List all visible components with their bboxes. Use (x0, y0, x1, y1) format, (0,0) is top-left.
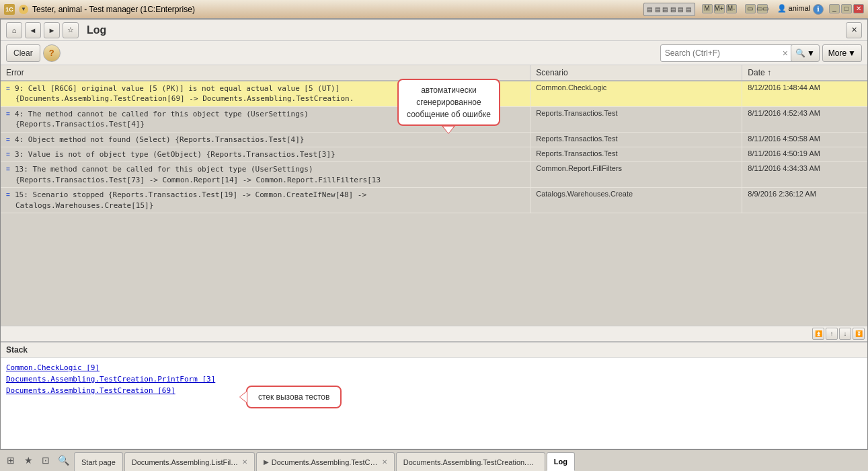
stack-header: Stack (1, 342, 867, 358)
error-icon: = (6, 85, 10, 92)
restore-btn[interactable]: M- (726, 4, 737, 13)
window-controls: ▤ ▤ ▤ ▤ ▤ ▤ M M+ M- ▭ ▭▭ 👤 animal ℹ _ □ … (643, 3, 864, 16)
star-tab-icon[interactable]: ★ (20, 452, 36, 468)
error-icon: = (6, 191, 10, 198)
search-input[interactable] (660, 44, 795, 62)
close-panel-button[interactable]: ✕ (846, 22, 862, 38)
date-text: 8/9/2016 2:36:12 AM (748, 190, 816, 198)
stack-link-1[interactable]: Common.CheckLogic [9] (6, 363, 862, 372)
stack-link-3[interactable]: Documents.Assembling.TestCreation [69] (6, 386, 862, 395)
search-clear-button[interactable]: × (783, 48, 788, 59)
error-text: 13: The method cannot be called for this… (15, 165, 313, 174)
navigation-toolbar: ⌂ ◄ ► ☆ Log ✕ (1, 20, 867, 41)
scenario-text: Reports.Transactios.Test (536, 135, 617, 143)
page-title: Log (87, 24, 106, 36)
scroll-up-button[interactable]: ↑ (826, 328, 838, 340)
stack-link-2[interactable]: Documents.Assembling.TestCreation.PrintF… (6, 375, 862, 384)
tab-log[interactable]: Log (547, 452, 575, 471)
scroll-buttons: ⏫ ↑ ↓ ⏬ (1, 326, 867, 341)
date-text: 8/11/2016 4:50:58 AM (748, 135, 820, 143)
table-row[interactable]: = 9: Cell [R6C6] original value [5 (PK)]… (1, 81, 867, 106)
tab-creation-logic[interactable]: Documents.Assembling.TestCreation.Logic (396, 452, 545, 471)
col-header-date[interactable]: Date (742, 65, 867, 81)
clear-button[interactable]: Clear (6, 44, 40, 62)
search-tab-icon[interactable]: 🔍 (55, 452, 71, 468)
app-icon: ▼ (19, 5, 28, 14)
layout-btn2[interactable]: ▭▭ (757, 4, 768, 13)
col-header-error[interactable]: Error (1, 65, 530, 81)
scenario-text: Common.CheckLogic (536, 83, 606, 92)
date-text: 8/12/2016 1:48:44 AM (748, 83, 820, 92)
bottom-tab-bar: ⊞ ★ ⊡ 🔍 Start page Documents.Assembling.… (0, 449, 868, 471)
error-icon: = (6, 166, 10, 173)
table-row[interactable]: = 13: The method cannot be called for th… (1, 162, 867, 188)
back-button[interactable]: ◄ (25, 22, 41, 38)
scenario-text: Catalogs.Warehouses.Create (536, 190, 633, 198)
error-text: 15: Scenario stopped {Reports.Transactio… (15, 190, 366, 199)
scenario-text: Reports.Transactios.Test (536, 149, 617, 157)
crop-icon[interactable]: ⊡ (38, 452, 54, 468)
action-bar: Clear ? × 🔍 ▼ More ▼ (1, 41, 867, 65)
tab-arrow-icon: ▶ (264, 458, 269, 466)
toolbar-icons: ▤ ▤ ▤ ▤ ▤ ▤ (647, 6, 692, 13)
scroll-bottom-button[interactable]: ⏬ (853, 328, 865, 340)
table-row[interactable]: = 3: Value is not of object type (GetObj… (1, 147, 867, 161)
search-button[interactable]: 🔍 ▼ (791, 44, 820, 62)
error-text: 9: Cell [R6C6] original value [5 (PK)] i… (15, 84, 340, 93)
tab-close-creation[interactable]: ✕ (382, 458, 387, 466)
tab-test-creation[interactable]: ▶ Documents.Assembling.TestCreation ✕ (256, 452, 395, 471)
date-text: 8/11/2016 4:34:33 AM (748, 164, 820, 172)
search-dropdown-arrow[interactable]: ▼ (807, 48, 815, 58)
scroll-down-button[interactable]: ↓ (839, 328, 851, 340)
minimize-btn[interactable]: M (702, 4, 713, 13)
error-text-2: Catalogs.Warehouses.Create[15]} (15, 201, 153, 210)
titlebar-title: Tester, animal - Test manager (1C:Enterp… (32, 5, 195, 14)
error-text: 3: Value is not of object type (GetObjec… (15, 150, 336, 159)
date-text: 8/11/2016 4:52:43 AM (748, 109, 820, 117)
more-label: More (828, 48, 846, 58)
search-area: × 🔍 ▼ More ▼ (660, 44, 862, 62)
scenario-text: Common.Report.FillFilters (536, 164, 622, 172)
error-table-container: Error Scenario Date (1, 65, 867, 326)
stack-panel: Stack Common.CheckLogic [9] Documents.As… (1, 341, 867, 449)
table-row[interactable]: = 15: Scenario stopped {Reports.Transact… (1, 188, 867, 213)
tab-list-filters[interactable]: Documents.Assembling.ListFiltersToHead ✕ (124, 452, 255, 471)
forward-button[interactable]: ► (44, 22, 60, 38)
more-button[interactable]: More ▼ (822, 44, 862, 62)
app-logo: 1C (4, 4, 15, 15)
error-text: 4: The method cannot be called for this … (15, 110, 309, 118)
date-text: 8/11/2016 4:50:19 AM (748, 149, 820, 157)
home-button[interactable]: ⌂ (6, 22, 22, 38)
more-arrow-icon: ▼ (848, 48, 856, 58)
tab-start-page[interactable]: Start page (74, 452, 123, 471)
table-row[interactable]: = 4: The method cannot be called for thi… (1, 106, 867, 132)
error-table: Error Scenario Date (1, 65, 867, 213)
info-btn[interactable]: ℹ (813, 4, 824, 15)
window-minimize[interactable]: _ (829, 4, 840, 13)
window-close[interactable]: ✕ (853, 4, 864, 13)
user-label: 👤 animal (777, 4, 810, 15)
titlebar: 1C ▼ Tester, animal - Test manager (1C:E… (0, 0, 868, 19)
error-text-2: {Reports.Transactios.Test[73] -> Common.… (15, 176, 381, 184)
error-icon: = (6, 136, 10, 143)
error-text: 4: Object method not found (Select) {Rep… (15, 135, 304, 144)
help-button[interactable]: ? (43, 44, 61, 62)
stack-content: Common.CheckLogic [9] Documents.Assembli… (1, 358, 867, 449)
search-icon: 🔍 (795, 48, 805, 58)
grid-icon[interactable]: ⊞ (3, 452, 19, 468)
tab-icons-area: ⊞ ★ ⊡ 🔍 (0, 449, 74, 471)
favorite-button[interactable]: ☆ (63, 22, 79, 38)
maximize-btn[interactable]: M+ (714, 4, 725, 13)
error-icon: = (6, 151, 10, 158)
error-text-2: {Documents.Assembling.TestCreation[69] -… (15, 94, 354, 103)
scenario-text: Reports.Transactios.Test (536, 109, 617, 117)
window-maximize[interactable]: □ (841, 4, 852, 13)
col-header-scenario[interactable]: Scenario (530, 65, 742, 81)
table-row[interactable]: = 4: Object method not found (Select) {R… (1, 132, 867, 147)
error-icon: = (6, 110, 10, 118)
tab-close-list[interactable]: ✕ (242, 458, 247, 466)
error-text-2: {Reports.Transactios.Test[4]} (15, 120, 145, 129)
layout-btn1[interactable]: ▭ (745, 4, 756, 13)
scroll-top-button[interactable]: ⏫ (812, 328, 824, 340)
